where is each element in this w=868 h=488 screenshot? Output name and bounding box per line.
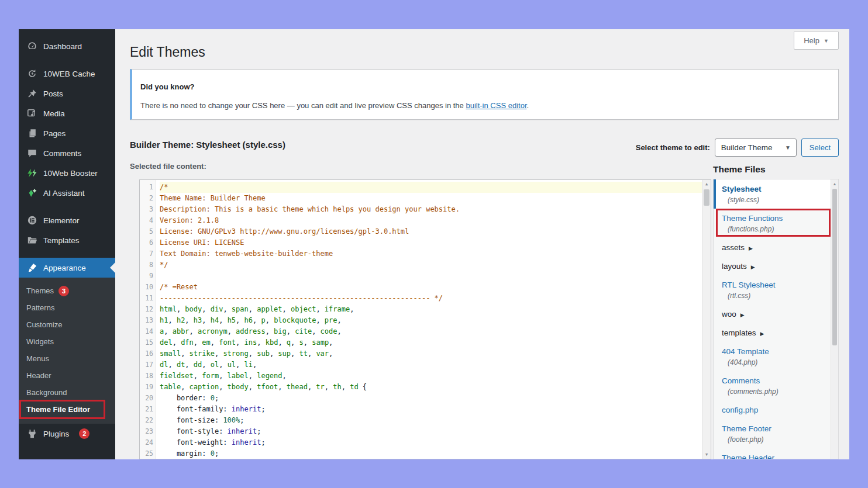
theme-file-filename: (footer.php) xyxy=(722,433,828,444)
sidebar-item-dashboard[interactable]: Dashboard xyxy=(19,36,115,56)
sidebar-subitem-patterns[interactable]: Patterns xyxy=(19,299,115,316)
sidebar-subitem-menus[interactable]: Menus xyxy=(19,350,115,367)
theme-file-name: 404 Template xyxy=(722,347,769,356)
theme-file-name: Comments xyxy=(722,376,760,385)
sidebar-subitem-widgets[interactable]: Widgets xyxy=(19,333,115,350)
theme-file-theme-footer[interactable]: Theme Footer(footer.php) xyxy=(714,419,831,448)
sidebar-item-comments[interactable]: Comments xyxy=(19,143,115,163)
help-label: Help xyxy=(804,36,819,45)
menu-separator xyxy=(19,56,115,64)
theme-select-value: Builder Theme xyxy=(721,143,773,152)
code-line-9 xyxy=(160,271,702,282)
theme-file-name: Theme Footer xyxy=(722,424,771,433)
theme-file-name: Theme Functions xyxy=(722,214,783,223)
theme-file-theme-header[interactable]: Theme Header(header.php) xyxy=(714,448,831,459)
theme-select-dropdown[interactable]: Builder Theme ▼ xyxy=(715,139,797,157)
ai-sparkle-icon xyxy=(26,187,38,199)
scroll-down-icon[interactable]: ▼ xyxy=(702,451,711,459)
code-area[interactable]: /*Theme Name: Builder ThemeDescription: … xyxy=(156,180,702,459)
menu-separator xyxy=(19,203,115,210)
theme-folder-assets[interactable]: assets▶ xyxy=(714,238,831,257)
theme-file-comments[interactable]: Comments(comments.php) xyxy=(714,371,831,400)
current-file-heading: Builder Theme: Stylesheet (style.css) xyxy=(130,140,285,150)
select-theme-label: Select theme to edit: xyxy=(636,143,710,152)
line-number: 3 xyxy=(140,204,153,215)
theme-folder-templates[interactable]: templates▶ xyxy=(714,323,831,342)
theme-file-404-template[interactable]: 404 Template(404.php) xyxy=(714,342,831,371)
line-number: 8 xyxy=(140,259,153,271)
editor-scrollbar[interactable]: ▲ ▼ xyxy=(702,180,711,459)
sidebar-item-posts[interactable]: Posts xyxy=(19,84,115,103)
theme-files-scrollbar-thumb[interactable] xyxy=(832,189,837,345)
code-line-3: Description: This is a basic theme which… xyxy=(160,204,702,215)
pin-icon xyxy=(26,88,38,99)
scroll-up-icon[interactable]: ▲ xyxy=(702,180,711,188)
editor-scrollbar-thumb[interactable] xyxy=(704,189,709,206)
submenu-item-label: Background xyxy=(26,388,67,397)
page-title: Edit Themes xyxy=(130,44,205,60)
sidebar-item-appearance[interactable]: Appearance xyxy=(19,258,115,278)
line-number: 22 xyxy=(140,415,153,426)
sidebar-item-label: Dashboard xyxy=(43,42,82,51)
appearance-submenu: Themes3PatternsCustomizeWidgetsMenusHead… xyxy=(19,278,115,424)
submenu-item-label: Theme File Editor xyxy=(26,405,90,414)
admin-menu: Dashboard10WEB CachePostsMediaPagesComme… xyxy=(19,29,115,444)
sidebar-subitem-theme-file-editor[interactable]: Theme File Editor xyxy=(19,401,115,418)
sidebar-subitem-header[interactable]: Header xyxy=(19,367,115,384)
theme-file-name: Theme Header xyxy=(722,454,774,459)
theme-files-scrollbar[interactable]: ▲ xyxy=(831,179,838,459)
code-line-4: Version: 2.1.8 xyxy=(160,215,702,226)
scroll-up-icon[interactable]: ▲ xyxy=(831,179,838,188)
code-line-10: /* =Reset xyxy=(160,282,702,293)
css-editor-link[interactable]: built-in CSS editor xyxy=(466,101,526,110)
line-number: 1 xyxy=(140,182,153,193)
folder-icon xyxy=(26,234,38,246)
line-number: 13 xyxy=(140,315,153,326)
comments-icon xyxy=(26,147,38,159)
code-line-7: Text Domain: tenweb-website-builder-them… xyxy=(160,248,702,259)
main-content: Help ▼ Edit Themes Did you know? There i… xyxy=(115,29,849,459)
sidebar-item-label: Elementor xyxy=(43,216,80,225)
line-number: 4 xyxy=(140,215,153,226)
theme-files-list: Stylesheet(style.css)Theme Functions(fun… xyxy=(714,179,838,459)
folder-expand-icon: ▶ xyxy=(740,312,745,318)
code-editor[interactable]: 1234567891011121314151617181920212223242… xyxy=(139,179,711,459)
submenu-item-label: Menus xyxy=(26,354,49,363)
line-number: 25 xyxy=(140,448,153,459)
cache-icon xyxy=(26,68,38,79)
theme-files-panel: Stylesheet(style.css)Theme Functions(fun… xyxy=(713,179,839,459)
sidebar-item-templates[interactable]: Templates xyxy=(19,230,115,250)
sidebar-subitem-themes[interactable]: Themes3 xyxy=(19,282,115,299)
folder-expand-icon: ▶ xyxy=(749,245,753,251)
sidebar-item-plugins[interactable]: Plugins2 xyxy=(19,424,115,444)
sidebar-item-elementor[interactable]: Elementor xyxy=(19,210,115,230)
selected-file-label: Selected file content: xyxy=(130,162,206,171)
code-line-15: del, dfn, em, font, ins, kbd, q, s, samp… xyxy=(160,337,702,348)
theme-file-name: config.php xyxy=(722,406,758,414)
theme-file-rtl-stylesheet[interactable]: RTL Stylesheet(rtl.css) xyxy=(714,275,831,304)
sidebar-item-pages[interactable]: Pages xyxy=(19,123,115,143)
code-line-6: License URI: LICENSE xyxy=(160,237,702,248)
theme-file-stylesheet[interactable]: Stylesheet(style.css) xyxy=(714,179,831,209)
code-line-19: table, caption, tbody, tfoot, thead, tr,… xyxy=(160,382,702,393)
select-theme-button[interactable]: Select xyxy=(801,139,839,157)
sidebar-item-ai-assistant[interactable]: AI Assistant xyxy=(19,183,115,203)
submenu-item-label: Header xyxy=(26,371,51,380)
sidebar-item-10web-cache[interactable]: 10WEB Cache xyxy=(19,64,115,84)
sidebar-item-label: Media xyxy=(43,109,65,118)
sidebar-subitem-background[interactable]: Background xyxy=(19,384,115,401)
sidebar-item-media[interactable]: Media xyxy=(19,103,115,123)
plug-icon xyxy=(26,428,38,439)
submenu-item-label: Patterns xyxy=(26,303,54,312)
theme-file-config-php[interactable]: config.php xyxy=(714,400,831,419)
menu-separator xyxy=(19,250,115,258)
line-number: 11 xyxy=(140,293,153,304)
theme-folder-woo[interactable]: woo▶ xyxy=(714,304,831,323)
help-button[interactable]: Help ▼ xyxy=(794,32,839,50)
code-line-1: /* xyxy=(160,182,702,193)
sidebar-subitem-customize[interactable]: Customize xyxy=(19,316,115,333)
sidebar-item-10web-booster[interactable]: 10Web Booster xyxy=(19,163,115,183)
theme-file-theme-functions[interactable]: Theme Functions(functions.php) xyxy=(714,209,831,238)
theme-folder-layouts[interactable]: layouts▶ xyxy=(714,257,831,275)
submenu-item-label: Themes xyxy=(26,286,54,295)
